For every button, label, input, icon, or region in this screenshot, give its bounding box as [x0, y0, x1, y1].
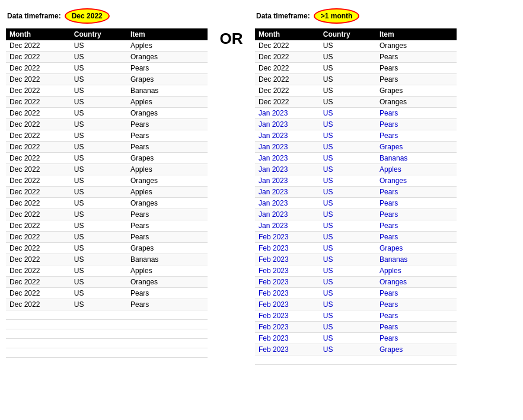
- right-header-row: Data timeframe: >1 month: [255, 6, 457, 26]
- month-cell: Jan 2023: [255, 175, 320, 187]
- month-cell: Dec 2022: [6, 40, 71, 52]
- country-cell: US: [71, 243, 127, 254]
- table-row: Dec 2022USOranges: [6, 198, 208, 209]
- country-cell: US: [320, 322, 376, 333]
- item-cell: Pears: [127, 119, 208, 130]
- month-cell: Dec 2022: [255, 74, 320, 85]
- item-cell: [127, 329, 208, 339]
- country-cell: US: [71, 97, 127, 108]
- country-cell: US: [320, 265, 376, 277]
- item-cell: Pears: [376, 333, 457, 344]
- table-row: Dec 2022USGrapes: [255, 85, 457, 97]
- table-row: Feb 2023USPears: [255, 232, 457, 243]
- month-cell: Dec 2022: [6, 243, 71, 254]
- month-cell: Dec 2022: [6, 198, 71, 209]
- month-cell: Feb 2023: [255, 299, 320, 310]
- month-cell: Dec 2022: [6, 119, 71, 130]
- item-cell: Pears: [376, 322, 457, 333]
- table-row: Dec 2022USPears: [255, 63, 457, 74]
- table-row: Dec 2022USApples: [6, 265, 208, 277]
- table-row: Dec 2022USApples: [6, 40, 208, 52]
- month-cell: Jan 2023: [255, 130, 320, 142]
- country-cell: US: [71, 119, 127, 130]
- item-cell: Grapes: [376, 142, 457, 153]
- month-cell: Feb 2023: [255, 310, 320, 322]
- item-cell: Pears: [376, 220, 457, 232]
- table-row: Dec 2022USPears: [6, 209, 208, 220]
- month-cell: Dec 2022: [255, 40, 320, 52]
- table-row: Dec 2022USOranges: [6, 175, 208, 187]
- month-cell: Feb 2023: [255, 322, 320, 333]
- item-cell: [127, 320, 208, 329]
- item-cell: [127, 339, 208, 348]
- month-cell: Feb 2023: [255, 254, 320, 265]
- item-cell: Oranges: [376, 277, 457, 288]
- table-row: Dec 2022USGrapes: [6, 74, 208, 85]
- month-cell: Jan 2023: [255, 142, 320, 153]
- table-row: Dec 2022USPears: [255, 74, 457, 85]
- item-cell: Oranges: [127, 52, 208, 63]
- item-cell: Pears: [376, 310, 457, 322]
- item-cell: Pears: [127, 220, 208, 232]
- table-row: Feb 2023USOranges: [255, 277, 457, 288]
- country-cell: US: [71, 108, 127, 119]
- right-col-month: Month: [255, 28, 320, 40]
- country-cell: US: [71, 130, 127, 142]
- country-cell: US: [320, 209, 376, 220]
- country-cell: US: [71, 277, 127, 288]
- table-row: Feb 2023USPears: [255, 310, 457, 322]
- item-cell: Oranges: [376, 40, 457, 52]
- country-cell: US: [320, 40, 376, 52]
- or-label: OR: [220, 30, 243, 48]
- country-cell: US: [320, 142, 376, 153]
- right-col-item: Item: [376, 28, 457, 40]
- month-cell: Dec 2022: [6, 85, 71, 97]
- table-row: Jan 2023USPears: [255, 220, 457, 232]
- item-cell: Pears: [127, 142, 208, 153]
- month-cell: Dec 2022: [6, 74, 71, 85]
- month-cell: Dec 2022: [6, 108, 71, 119]
- left-header-row: Data timeframe: Dec 2022: [6, 6, 208, 26]
- right-table: Month Country Item Dec 2022USOrangesDec …: [255, 28, 457, 365]
- item-cell: Pears: [376, 74, 457, 85]
- table-row: Jan 2023USPears: [255, 209, 457, 220]
- month-cell: [6, 339, 71, 348]
- table-row: Feb 2023USBananas: [255, 254, 457, 265]
- country-cell: US: [71, 288, 127, 299]
- month-cell: Feb 2023: [255, 288, 320, 299]
- month-cell: Jan 2023: [255, 153, 320, 164]
- table-row: Dec 2022USPears: [6, 119, 208, 130]
- month-cell: Feb 2023: [255, 333, 320, 344]
- item-cell: Oranges: [127, 175, 208, 187]
- month-cell: Dec 2022: [6, 153, 71, 164]
- table-row: Dec 2022USApples: [6, 97, 208, 108]
- item-cell: Pears: [127, 232, 208, 243]
- table-row: [6, 320, 208, 329]
- table-row: Jan 2023USPears: [255, 119, 457, 130]
- country-cell: US: [71, 63, 127, 74]
- item-cell: Bananas: [376, 153, 457, 164]
- country-cell: [71, 310, 127, 320]
- month-cell: Feb 2023: [255, 265, 320, 277]
- month-cell: Dec 2022: [6, 63, 71, 74]
- country-cell: US: [71, 153, 127, 164]
- month-cell: Dec 2022: [6, 299, 71, 310]
- item-cell: Pears: [376, 52, 457, 63]
- month-cell: Dec 2022: [6, 142, 71, 153]
- page-container: Data timeframe: Dec 2022 Month Country I…: [6, 6, 523, 365]
- country-cell: US: [71, 198, 127, 209]
- month-cell: Dec 2022: [6, 52, 71, 63]
- month-cell: Feb 2023: [255, 277, 320, 288]
- table-row: Dec 2022USOranges: [255, 40, 457, 52]
- country-cell: US: [320, 130, 376, 142]
- month-cell: Dec 2022: [6, 97, 71, 108]
- month-cell: Jan 2023: [255, 209, 320, 220]
- month-cell: [6, 320, 71, 329]
- country-cell: US: [320, 277, 376, 288]
- table-row: Dec 2022USBananas: [6, 254, 208, 265]
- country-cell: US: [320, 153, 376, 164]
- item-cell: Pears: [127, 209, 208, 220]
- country-cell: US: [320, 333, 376, 344]
- country-cell: [71, 339, 127, 348]
- item-cell: Pears: [376, 187, 457, 198]
